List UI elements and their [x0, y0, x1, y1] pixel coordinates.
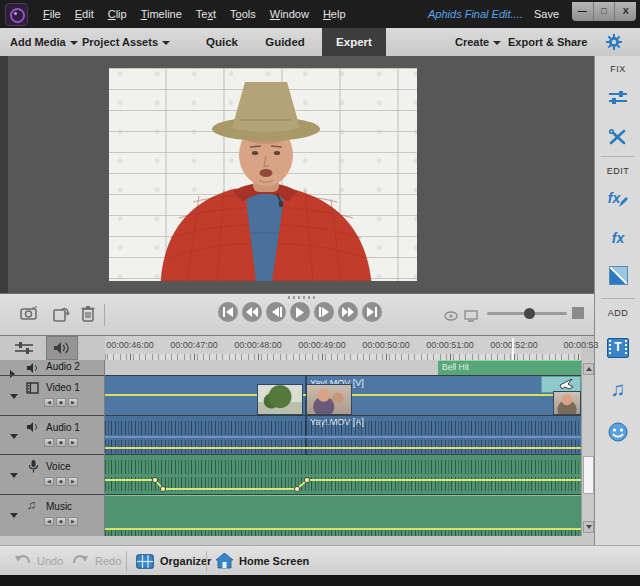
- scroll-down-icon[interactable]: [583, 521, 594, 533]
- collapse-track-icon[interactable]: [10, 385, 18, 403]
- menu-edit[interactable]: Edit: [68, 8, 101, 20]
- film-icon: [26, 382, 39, 394]
- transition-icon[interactable]: [595, 266, 640, 285]
- redo-button[interactable]: Redo: [72, 546, 121, 576]
- collapse-track-icon[interactable]: [10, 504, 18, 522]
- collapse-track-icon[interactable]: [10, 425, 18, 443]
- maximize-icon[interactable]: □: [594, 2, 616, 21]
- menu-text[interactable]: Text: [189, 8, 223, 20]
- prev-keyframe-button[interactable]: ◀: [44, 438, 54, 447]
- voice-volume-keyframes[interactable]: [105, 455, 581, 494]
- divider: [126, 551, 127, 571]
- prev-keyframe-button[interactable]: ◀: [44, 398, 54, 407]
- add-keyframe-button[interactable]: ◆: [56, 517, 66, 526]
- audio-waveform: [105, 421, 581, 435]
- track-name: Audio 2: [46, 361, 80, 372]
- monitor-panel: [0, 56, 594, 293]
- save-button[interactable]: Save: [530, 0, 563, 28]
- minimize-icon[interactable]: —: [572, 2, 594, 21]
- panel-drag-handle[interactable]: [288, 296, 316, 299]
- track-music[interactable]: [105, 494, 581, 536]
- collapse-track-icon[interactable]: [10, 464, 18, 482]
- frame-back-button[interactable]: [266, 302, 286, 322]
- gear-icon[interactable]: [606, 34, 622, 54]
- track-name: Music: [46, 501, 72, 512]
- audio-meter-icon[interactable]: [443, 308, 459, 326]
- go-to-next-edit-button[interactable]: [362, 302, 382, 322]
- track-audio2: Bell Hit: [105, 360, 581, 375]
- menu-clip[interactable]: Clip: [101, 8, 134, 20]
- scrollbar-thumb[interactable]: [583, 456, 594, 494]
- tab-expert[interactable]: Expert: [322, 28, 386, 56]
- go-to-previous-edit-button[interactable]: [218, 302, 238, 322]
- microphone-icon: [29, 460, 38, 473]
- emoji-icon[interactable]: [595, 422, 640, 442]
- play-button[interactable]: [290, 302, 310, 322]
- prev-keyframe-button[interactable]: ◀: [44, 477, 54, 486]
- project-assets-button[interactable]: Project Assets: [82, 28, 170, 56]
- rewind-button[interactable]: [242, 302, 262, 322]
- close-icon[interactable]: X: [615, 2, 636, 21]
- next-keyframe-button[interactable]: ▶: [68, 477, 78, 486]
- clip-thumbnail-person: [553, 391, 581, 415]
- chevron-down-icon: [493, 41, 501, 45]
- music-note-icon[interactable]: ♫: [595, 378, 640, 401]
- tab-guided[interactable]: Guided: [256, 28, 314, 56]
- home-screen-button[interactable]: Home Screen: [216, 546, 309, 576]
- menu-window[interactable]: Window: [263, 8, 316, 20]
- next-keyframe-button[interactable]: ▶: [68, 438, 78, 447]
- clip-label: Bell Hit: [442, 362, 469, 372]
- divider: [601, 298, 635, 299]
- export-share-button[interactable]: Export & Share: [508, 28, 587, 56]
- clip-thumbnail-plant: [257, 384, 303, 415]
- next-keyframe-button[interactable]: ▶: [68, 517, 78, 526]
- premiere-elements-window: File Edit Clip Timeline Text Tools Windo…: [0, 0, 640, 586]
- menu-file[interactable]: File: [36, 8, 68, 20]
- zoom-slider-knob[interactable]: [524, 308, 535, 319]
- menu-timeline[interactable]: Timeline: [134, 8, 189, 20]
- add-keyframe-button[interactable]: ◆: [56, 398, 66, 407]
- trash-icon[interactable]: [81, 305, 95, 326]
- audio-mix-button[interactable]: [46, 336, 78, 360]
- document-title: Aphids Final Edit....: [428, 0, 523, 28]
- add-media-button[interactable]: Add Media: [10, 28, 78, 56]
- ruler-timecode: 00:00:49:00: [298, 340, 346, 350]
- add-media-label: Add Media: [10, 36, 66, 48]
- keyframe-controls: ◀◆▶: [44, 477, 78, 486]
- ruler-timecode: 00:00:50:00: [362, 340, 410, 350]
- freeze-frame-camera-icon[interactable]: [20, 306, 38, 324]
- fx-edit-icon[interactable]: fx: [595, 190, 640, 208]
- monitor-icon[interactable]: [464, 308, 478, 326]
- tab-quick[interactable]: Quick: [198, 28, 246, 56]
- tools-icon[interactable]: [595, 128, 640, 146]
- timeline-settings-icon[interactable]: [14, 341, 34, 359]
- undo-button[interactable]: Undo: [14, 546, 63, 576]
- rotate-icon[interactable]: [52, 306, 70, 326]
- frame-forward-button[interactable]: [314, 302, 334, 322]
- ruler-timecode: 00:00:47:00: [170, 340, 218, 350]
- organizer-button[interactable]: Organizer: [136, 546, 211, 576]
- next-keyframe-button[interactable]: ▶: [68, 398, 78, 407]
- clip-bell-hit[interactable]: Bell Hit: [438, 360, 581, 375]
- redo-icon: [72, 554, 89, 568]
- prev-keyframe-button[interactable]: ◀: [44, 517, 54, 526]
- menu-help[interactable]: Help: [316, 8, 353, 20]
- stop-square-icon[interactable]: [572, 307, 584, 319]
- menu-tools[interactable]: Tools: [223, 8, 263, 20]
- adjust-icon[interactable]: [595, 90, 640, 106]
- playhead[interactable]: [512, 338, 514, 360]
- fx-icon[interactable]: fx: [595, 230, 640, 246]
- timeline-vertical-scrollbar[interactable]: [581, 360, 594, 536]
- add-keyframe-button[interactable]: ◆: [56, 477, 66, 486]
- fast-forward-button[interactable]: [338, 302, 358, 322]
- add-keyframe-button[interactable]: ◆: [56, 438, 66, 447]
- title-text-icon[interactable]: T: [595, 338, 640, 358]
- scroll-up-icon[interactable]: [583, 363, 594, 375]
- undo-icon: [14, 554, 31, 568]
- mode-sidebar: FIX EDIT fx fx: [594, 56, 640, 545]
- track-voice[interactable]: [105, 454, 581, 494]
- speaker-icon: [27, 422, 39, 432]
- create-button[interactable]: Create: [455, 28, 501, 56]
- volume-line[interactable]: [105, 447, 581, 449]
- divider: [206, 551, 207, 571]
